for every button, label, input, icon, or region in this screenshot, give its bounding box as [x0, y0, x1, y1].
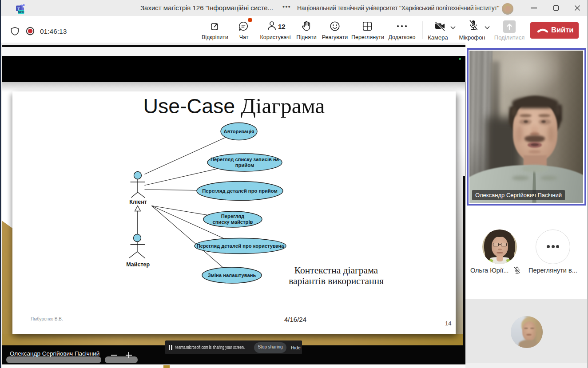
svg-text:Перегляд списку записів на: Перегляд списку записів на — [211, 157, 279, 162]
svg-text:Клієнт: Клієнт — [129, 199, 147, 205]
svg-text:Майстер: Майстер — [126, 261, 150, 268]
svg-text:Перегляд: Перегляд — [221, 214, 244, 219]
svg-text:Перегляд деталей про користува: Перегляд деталей про користувача — [197, 243, 284, 249]
svg-text:Зміна налаштувань: Зміна налаштувань — [208, 273, 256, 278]
svg-text:NEW: NEW — [18, 11, 24, 13]
svg-text:Авторизація: Авторизація — [224, 129, 254, 134]
svg-text:списку майстрів: списку майстрів — [213, 219, 253, 225]
svg-text:Перегляд деталей про прийом: Перегляд деталей про прийом — [202, 188, 277, 194]
svg-text:T: T — [17, 6, 20, 11]
svg-text:прийом: прийом — [235, 162, 254, 168]
